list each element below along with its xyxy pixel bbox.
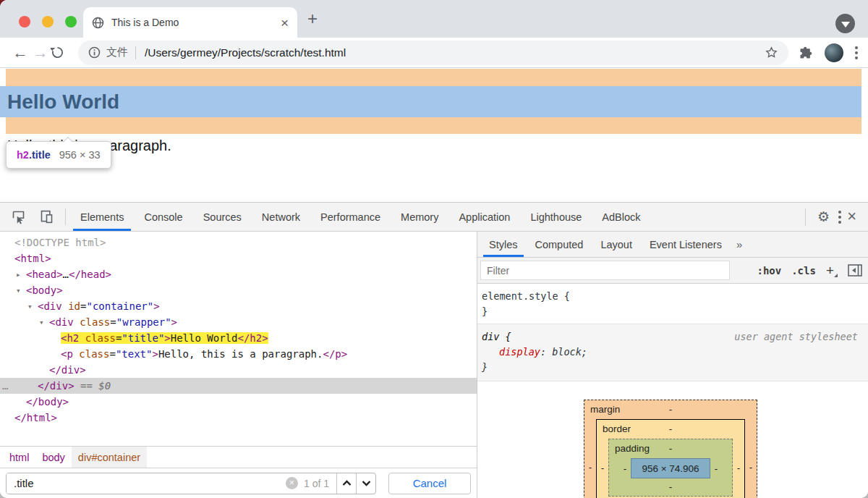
computed-sidebar-toggle-icon[interactable] <box>848 264 862 277</box>
breadcrumb-item-div-container[interactable]: div#container <box>72 447 147 468</box>
margin-right-value[interactable]: - <box>745 462 757 473</box>
breadcrumb-item-body[interactable]: body <box>35 447 71 468</box>
maximize-window-button[interactable] <box>65 16 77 28</box>
padding-bottom-value[interactable]: - <box>669 481 673 492</box>
dom-tree-row[interactable]: </div> <box>0 362 477 378</box>
info-icon[interactable] <box>88 46 101 59</box>
desktop-background: This is a Demo × + ← → 文件 /Users/germey/… <box>0 0 868 498</box>
element-classes-button[interactable]: .cls <box>791 265 816 277</box>
tooltip-tag: h2 <box>17 149 29 161</box>
breadcrumb: htmlbodydiv#container <box>0 446 477 468</box>
minimize-window-button[interactable] <box>42 16 54 28</box>
styles-tab-event-listeners[interactable]: Event Listeners <box>641 232 731 257</box>
devtools-tab-elements[interactable]: Elements <box>70 203 134 231</box>
search-input[interactable] <box>7 473 286 494</box>
dom-tree-row[interactable]: ▾<body> <box>0 282 477 298</box>
devtools-tab-application[interactable]: Application <box>448 203 520 231</box>
collapse-arrow-icon[interactable]: ▾ <box>16 283 26 299</box>
breadcrumb-item-html[interactable]: html <box>3 447 35 468</box>
content-size: 956 × 74.906 <box>642 463 699 474</box>
devtools-tab-console[interactable]: Console <box>134 203 192 231</box>
dom-tree-row[interactable]: …</div> == $0 <box>0 378 477 394</box>
margin-top-value[interactable]: - <box>669 404 673 415</box>
url-text[interactable]: /Users/germey/Projects/scratch/test.html <box>145 46 765 59</box>
browser-menu-icon[interactable] <box>855 46 858 59</box>
device-toolbar-icon[interactable] <box>33 203 61 231</box>
styles-tabs: StylesComputedLayoutEvent Listeners» <box>477 232 868 258</box>
box-model-margin: margin- - border- - padding- <box>584 400 757 498</box>
margin-label: margin <box>590 400 620 419</box>
clear-search-icon[interactable]: × <box>286 477 298 489</box>
new-style-rule-button[interactable]: + <box>826 263 838 279</box>
dom-node-markup: <!DOCTYPE html> <box>14 237 106 248</box>
dom-tree-row[interactable]: ▾<div class="wrapper"> <box>0 314 477 330</box>
dom-tree: <!DOCTYPE html><html>▸<head>…</head>▾<bo… <box>0 232 477 446</box>
element-style-open: element.style { <box>482 289 864 304</box>
inspect-tooltip: h2.title 956 × 33 <box>6 141 111 169</box>
styles-pane: StylesComputedLayoutEvent Listeners» :ho… <box>477 232 868 498</box>
dom-tree-row[interactable]: </html> <box>0 410 477 426</box>
devtools-main: <!DOCTYPE html><html>▸<head>…</head>▾<bo… <box>0 232 868 498</box>
dom-tree-row[interactable]: <html> <box>0 250 477 266</box>
element-style-rule[interactable]: element.style { } <box>477 284 868 324</box>
styles-filter-row: :hov .cls + <box>477 258 868 284</box>
back-button[interactable]: ← <box>10 44 30 62</box>
bookmark-star-icon[interactable] <box>765 46 778 59</box>
collapse-arrow-icon[interactable]: ▾ <box>27 299 38 315</box>
styles-tab-styles[interactable]: Styles <box>480 232 527 257</box>
new-tab-button[interactable]: + <box>307 12 318 26</box>
inspect-element-icon[interactable] <box>4 203 33 231</box>
search-match-count: 1 of 1 <box>298 478 336 489</box>
ua-selector: div { <box>482 329 511 345</box>
tab-search-dropdown-button[interactable] <box>835 14 855 33</box>
file-scheme-label: 文件 <box>106 46 128 59</box>
padding-left-value[interactable]: - <box>619 463 631 474</box>
styles-filter-input[interactable] <box>480 261 730 280</box>
browser-tab[interactable]: This is a Demo × <box>83 7 297 38</box>
devtools-tab-sources[interactable]: Sources <box>193 203 252 231</box>
border-right-value[interactable]: - <box>733 463 744 473</box>
devtools-tab-lighthouse[interactable]: Lighthouse <box>520 203 592 231</box>
dom-tree-row[interactable]: <!DOCTYPE html> <box>0 235 477 250</box>
padding-top-value[interactable]: - <box>669 443 673 454</box>
box-model-content[interactable]: 956 × 74.906 <box>631 458 710 478</box>
next-match-button[interactable] <box>356 473 375 494</box>
box-model-diagram[interactable]: margin- - border- - padding- <box>584 400 757 498</box>
cancel-button[interactable]: Cancel <box>388 473 471 494</box>
expand-arrow-icon[interactable]: ▸ <box>16 267 26 283</box>
settings-gear-icon[interactable]: ⚙ <box>810 208 837 225</box>
tooltip-size: 956 × 33 <box>59 149 101 161</box>
devtools-tab-memory[interactable]: Memory <box>391 203 448 231</box>
devtools-tab-performance[interactable]: Performance <box>310 203 391 231</box>
collapse-arrow-icon[interactable]: ▾ <box>39 315 49 331</box>
previous-match-button[interactable] <box>336 473 356 494</box>
close-window-button[interactable] <box>19 16 30 28</box>
devtools-toolbar-right: ⚙ × <box>801 203 864 231</box>
user-agent-rule[interactable]: div { user agent stylesheet display: blo… <box>477 324 868 381</box>
styles-rules: element.style { } div { user agent style… <box>477 284 868 498</box>
dom-tree-row[interactable]: </body> <box>0 394 477 410</box>
reload-button[interactable] <box>51 46 71 59</box>
margin-highlight-top <box>6 69 861 86</box>
dom-tree-row[interactable]: ▸<head>…</head> <box>0 266 477 282</box>
tab-close-icon[interactable]: × <box>281 16 289 30</box>
dom-tree-row[interactable]: <p class="text">Hello, this is a paragra… <box>0 346 477 362</box>
devtools-tab-adblock[interactable]: AdBlock <box>592 203 650 231</box>
profile-avatar[interactable] <box>825 43 843 62</box>
dom-node-markup: <h2 class="title">Hello World</h2> <box>61 332 268 344</box>
border-top-value[interactable]: - <box>669 423 673 434</box>
row-ellipsis-icon[interactable]: … <box>2 378 9 394</box>
toggle-element-state-button[interactable]: :hov <box>757 265 781 277</box>
dom-tree-row[interactable]: ▾<div id="container"> <box>0 298 477 314</box>
address-bar[interactable]: 文件 /Users/germey/Projects/scratch/test.h… <box>78 41 788 65</box>
devtools-close-icon[interactable]: × <box>841 207 864 227</box>
dom-tree-row[interactable]: <h2 class="title">Hello World</h2> <box>0 330 477 346</box>
padding-right-value[interactable]: - <box>710 463 722 474</box>
extensions-puzzle-icon[interactable] <box>799 46 813 60</box>
border-left-value[interactable]: - <box>597 463 608 473</box>
styles-tab-computed[interactable]: Computed <box>527 232 592 257</box>
more-tabs-icon[interactable]: » <box>731 232 748 257</box>
styles-tab-layout[interactable]: Layout <box>592 232 641 257</box>
devtools-tab-network[interactable]: Network <box>252 203 310 231</box>
margin-left-value[interactable]: - <box>584 462 596 473</box>
